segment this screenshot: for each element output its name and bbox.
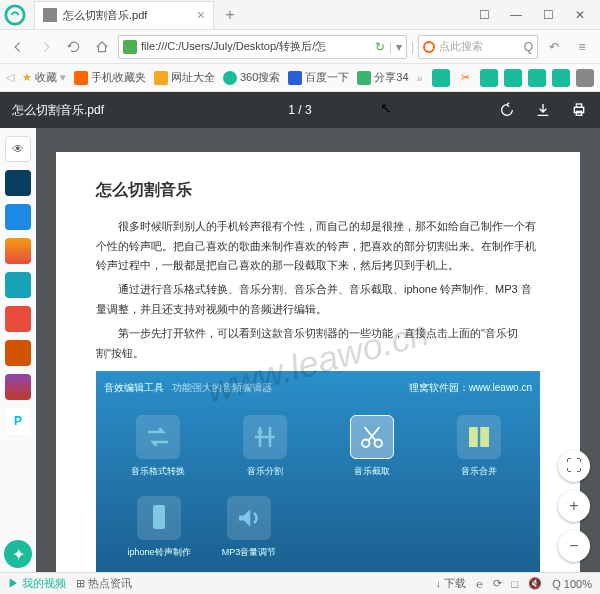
convert-icon: [136, 415, 180, 459]
dropdown-icon[interactable]: ▾: [396, 40, 402, 54]
site-security-icon: [123, 40, 137, 54]
browser-tab[interactable]: 怎么切割音乐.pdf ×: [34, 1, 214, 29]
mute-icon[interactable]: 🔇: [528, 577, 542, 590]
maximize-button[interactable]: ☐: [536, 3, 560, 27]
bookmark-item[interactable]: 网址大全: [154, 70, 215, 85]
globe-icon: [154, 71, 168, 85]
minimize-button[interactable]: —: [504, 3, 528, 27]
page-indicator: 1 / 3: [288, 103, 311, 117]
extension-icon[interactable]: [432, 69, 450, 87]
account-icon[interactable]: ☐: [472, 3, 496, 27]
bookmark-item[interactable]: 百度一下: [288, 70, 349, 85]
sidebar-app-icon[interactable]: [5, 340, 31, 366]
pdf-filename: 怎么切割音乐.pdf: [12, 102, 104, 119]
weibo-icon[interactable]: 👁: [5, 136, 31, 162]
address-bar: file:///C:/Users/July/Desktop/转换后/怎 ↻ | …: [0, 30, 600, 64]
undo-button[interactable]: ↶: [542, 35, 566, 59]
rotate-button[interactable]: [498, 101, 516, 119]
app-feature-item: 音乐分割: [230, 415, 300, 479]
new-tab-button[interactable]: +: [218, 3, 242, 27]
app-feature-item: 音乐截取: [337, 415, 407, 479]
zoom-level[interactable]: Q 100%: [552, 578, 592, 590]
bookmark-item[interactable]: 360搜索: [223, 70, 280, 85]
sidebar-app-icon[interactable]: [5, 170, 31, 196]
scissors-icon[interactable]: ✂: [456, 69, 474, 87]
close-tab-icon[interactable]: ×: [197, 7, 205, 23]
search-icon: [423, 41, 435, 53]
forward-button[interactable]: [34, 35, 58, 59]
titlebar: 怎么切割音乐.pdf × + ☐ — ☐ ✕: [0, 0, 600, 30]
search-input[interactable]: 点此搜索 Q: [418, 35, 538, 59]
status-icon[interactable]: □: [512, 578, 519, 590]
status-icon[interactable]: ℮: [476, 578, 483, 590]
bookmark-item[interactable]: 手机收藏夹: [74, 70, 146, 85]
window-controls: ☐ — ☐ ✕: [472, 3, 600, 27]
extension-icon[interactable]: [480, 69, 498, 87]
download-icon[interactable]: [528, 69, 546, 87]
bookmarks-bar: ◁ ★收藏▾ 手机收藏夹 网址大全 360搜索 百度一下 分享34 » ✂: [0, 64, 600, 92]
document-title: 怎么切割音乐: [96, 176, 540, 205]
extension-icon[interactable]: [504, 69, 522, 87]
url-text: file:///C:/Users/July/Desktop/转换后/怎: [141, 39, 375, 54]
pdf-icon: [43, 8, 57, 22]
status-icon[interactable]: ⟳: [493, 577, 502, 590]
assistant-fab[interactable]: ✦: [4, 540, 32, 568]
split-icon: [243, 415, 287, 459]
video-link[interactable]: ▶ 我的视频: [8, 576, 66, 591]
svg-rect-2: [576, 104, 581, 107]
app-brand: 狸窝软件园：www.leawo.cn: [409, 379, 532, 397]
apps-icon[interactable]: [576, 69, 594, 87]
sidebar-app-icon[interactable]: [5, 374, 31, 400]
pdf-page: 怎么切割音乐 很多时候听到别人的手机铃声很有个性，而自己的却是很挫，那不如给自己…: [56, 152, 580, 572]
sidebar-app-icon[interactable]: [5, 306, 31, 332]
home-button[interactable]: [90, 35, 114, 59]
pdf-toolbar: 怎么切割音乐.pdf 1 / 3 ↖: [0, 92, 600, 128]
fit-button[interactable]: ⛶: [558, 450, 590, 482]
refresh-icon[interactable]: ↻: [375, 40, 385, 54]
bookmark-item[interactable]: 分享34: [357, 70, 408, 85]
paragraph: 通过进行音乐格式转换、音乐分割、音乐合并、音乐截取、iphone 铃声制作、MP…: [96, 280, 540, 320]
sidebar-app-icon[interactable]: [5, 272, 31, 298]
tab-title: 怎么切割音乐.pdf: [63, 8, 193, 23]
browser-logo: [0, 0, 30, 30]
svg-rect-3: [576, 111, 581, 115]
pdf-viewport[interactable]: 怎么切割音乐 很多时候听到别人的手机铃声很有个性，而自己的却是很挫，那不如给自己…: [36, 128, 600, 572]
url-input[interactable]: file:///C:/Users/July/Desktop/转换后/怎 ↻ | …: [118, 35, 407, 59]
news-link[interactable]: ⊞ 热点资讯: [76, 576, 132, 591]
favorites-button[interactable]: ★收藏▾: [22, 70, 66, 85]
app-subtitle: 功能强大的音频编辑器: [172, 379, 272, 397]
close-window-button[interactable]: ✕: [568, 3, 592, 27]
svg-rect-7: [469, 427, 478, 447]
app-footer: 狸窝家园 @ 在线客服：876292449(qq): [104, 566, 532, 572]
reload-button[interactable]: [62, 35, 86, 59]
sidebar-app-icon[interactable]: P: [5, 408, 31, 434]
menu-button[interactable]: ≡: [570, 35, 594, 59]
zoom-out-button[interactable]: −: [558, 530, 590, 562]
download-button[interactable]: [534, 101, 552, 119]
volume-icon: [227, 496, 271, 540]
print-button[interactable]: [570, 101, 588, 119]
svg-point-4: [257, 430, 262, 435]
search-engine-icon: [223, 71, 237, 85]
paragraph: 第一步先打开软件，可以看到这款音乐切割器的一些功能，直接点击上面的"音乐切割"按…: [96, 324, 540, 364]
sidebar-app-icon[interactable]: [5, 204, 31, 230]
app-feature-item: MP3音量调节: [214, 496, 284, 560]
svg-point-0: [6, 5, 24, 23]
back-button[interactable]: [6, 35, 30, 59]
sidebar-app-icon[interactable]: [5, 238, 31, 264]
more-bookmarks-icon[interactable]: »: [417, 72, 423, 84]
svg-rect-9: [153, 505, 165, 529]
game-icon[interactable]: [552, 69, 570, 87]
iphone-icon: [137, 496, 181, 540]
left-sidebar: 👁 P: [0, 128, 36, 572]
embedded-screenshot: 音效编辑工具 功能强大的音频编辑器 狸窝软件园：www.leawo.cn 音乐格…: [96, 371, 540, 572]
zoom-in-button[interactable]: +: [558, 490, 590, 522]
mobile-icon: [74, 71, 88, 85]
status-icon[interactable]: ↓ 下载: [435, 576, 466, 591]
baidu-icon: [288, 71, 302, 85]
app-title: 音效编辑工具: [104, 379, 164, 397]
search-placeholder: 点此搜索: [439, 39, 483, 54]
chevron-left-icon[interactable]: ◁: [6, 71, 14, 84]
app-feature-item: 音乐合并: [444, 415, 514, 479]
cursor-icon: ↖: [380, 100, 392, 116]
